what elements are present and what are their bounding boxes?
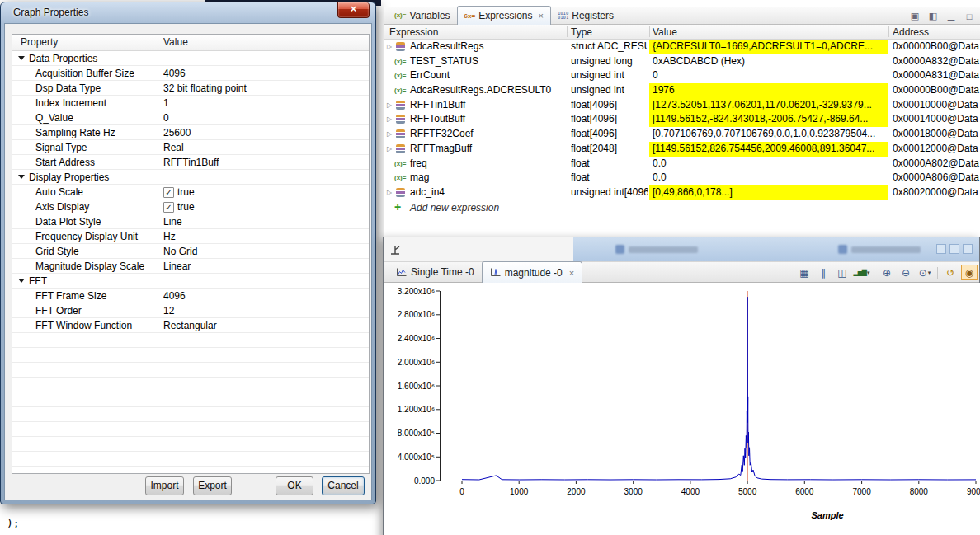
checkbox-icon[interactable]: ✓	[163, 187, 174, 198]
property-row[interactable]: Start AddressRFFTin1Buff	[12, 155, 369, 170]
col-value[interactable]: Value	[653, 25, 677, 40]
zoom-out-icon[interactable]: ⊖	[898, 265, 914, 280]
property-value[interactable]: Hz	[163, 229, 176, 244]
expand-icon[interactable]: ▷	[387, 142, 392, 157]
expand-icon[interactable]: ▷	[387, 112, 392, 127]
property-row[interactable]: Dsp Data Type32 bit floating point	[12, 81, 369, 96]
dropdown-arrow-icon[interactable]: ▾	[928, 270, 931, 276]
expression-row[interactable]: ▷RFFTF32Coeffloat[4096][0.707106769,0.70…	[384, 127, 980, 142]
expand-icon[interactable]: ▷	[387, 40, 392, 54]
col-type[interactable]: Type	[571, 25, 592, 40]
property-value[interactable]: ✓true	[163, 185, 195, 199]
property-value[interactable]: Linear	[163, 259, 191, 274]
property-value[interactable]: 4096	[163, 66, 186, 81]
expression-row[interactable]: ▷RFFToutBufffloat[4096][1149.56152,-824.…	[384, 112, 980, 127]
maximize-icon[interactable]: □	[963, 12, 976, 21]
property-value[interactable]: 1	[163, 96, 169, 110]
tab-variables[interactable]: (x)= Variables	[388, 7, 457, 24]
reset-view-icon[interactable]: ↺	[942, 265, 959, 280]
property-value[interactable]: 4096	[163, 289, 186, 303]
value-cell[interactable]: {ADCRESULT0=1669,ADCRESULT1=0,ADCRE...	[649, 40, 888, 54]
dropdown-arrow-icon[interactable]: ▾	[867, 270, 869, 276]
expand-icon[interactable]: ▷	[387, 185, 392, 200]
magnitude-chart[interactable]: 3.200x10⁶2.800x10⁶2.400x10⁶2.000x10⁶1.60…	[384, 283, 980, 535]
property-value[interactable]: 32 bit floating point	[163, 81, 247, 96]
value-cell[interactable]: [1273.52051,1137.06201,1170.06201,-329.9…	[649, 98, 888, 113]
category-row[interactable]: Data Properties	[12, 51, 369, 66]
property-row[interactable]: Q_Value0	[12, 110, 369, 125]
expression-row[interactable]: (x)=magfloat0.00x0000A806@Data	[384, 171, 980, 185]
checkbox-icon[interactable]: ✓	[163, 202, 174, 213]
tab-single-time[interactable]: Single Time -0	[389, 262, 482, 282]
property-row[interactable]: FFT Window FunctionRectangular	[12, 318, 369, 333]
expression-row[interactable]: (x)=ErrCountunsigned int00x0000A831@Data	[384, 68, 980, 83]
expression-row[interactable]: ▷adc_in4unsigned int[4096][0,49,866,0,17…	[384, 185, 980, 200]
header-divider[interactable]	[888, 26, 889, 37]
property-row[interactable]: Sampling Rate Hz25600	[12, 125, 369, 140]
property-value[interactable]: Line	[163, 214, 182, 229]
property-row[interactable]: Magnitude Display ScaleLinear	[12, 259, 369, 274]
property-value[interactable]: Rectangular	[163, 318, 217, 333]
category-row[interactable]: FFT	[12, 274, 369, 289]
category-expand-icon[interactable]	[18, 279, 25, 283]
property-row[interactable]: Index Increment1	[12, 96, 369, 110]
header-divider[interactable]	[567, 26, 568, 37]
export-button[interactable]: Export	[193, 476, 232, 495]
expression-row[interactable]: ▷RFFTin1Bufffloat[4096][1273.52051,1137.…	[384, 98, 980, 113]
col-address[interactable]: Address	[893, 25, 929, 40]
close-tab-icon[interactable]: ×	[569, 268, 574, 278]
expand-icon[interactable]: ▷	[387, 127, 392, 142]
value-cell[interactable]: 0.0	[649, 171, 888, 185]
category-expand-icon[interactable]	[18, 175, 25, 179]
property-row[interactable]: FFT Order12	[12, 303, 369, 318]
property-value[interactable]: 12	[163, 303, 174, 318]
value-cell[interactable]: 0.0	[649, 157, 888, 171]
property-row[interactable]: Signal TypeReal	[12, 140, 369, 155]
collapse-all-icon[interactable]: ▣	[908, 11, 921, 21]
value-cell[interactable]: [1149.56152,826.754456,2009.46008,891.36…	[649, 142, 888, 157]
expression-row[interactable]: (x)=freqfloat0.00x0000A802@Data	[384, 157, 980, 171]
category-row[interactable]: Display Properties	[12, 170, 369, 185]
cancel-button[interactable]: Cancel	[322, 476, 365, 495]
track-data-icon[interactable]: ◉	[961, 265, 978, 280]
close-tab-icon[interactable]: ×	[539, 11, 544, 21]
add-new-expression-row[interactable]: +Add new expression	[384, 200, 980, 215]
legend-icon[interactable]: ◫	[834, 265, 850, 280]
property-row[interactable]: Axis Display✓true	[12, 199, 369, 214]
property-row[interactable]: Grid StyleNo Grid	[12, 244, 369, 259]
tab-registers[interactable]: 1010 0101 Registers	[551, 7, 620, 24]
property-value[interactable]: 0	[163, 110, 169, 125]
expression-row[interactable]: (x)=AdcaResultRegs.ADCRESULT0unsigned in…	[384, 83, 980, 98]
property-value[interactable]: 25600	[163, 125, 191, 140]
layout-icon[interactable]: ◧	[926, 11, 940, 21]
tab-magnitude[interactable]: magnitude -0 ×	[482, 261, 582, 283]
property-value[interactable]: ✓true	[163, 199, 195, 214]
freeze-graph-icon[interactable]: ∥	[815, 265, 832, 280]
chart-style-icon[interactable]: ▂▅▇▾	[853, 265, 869, 280]
category-expand-icon[interactable]	[18, 56, 25, 60]
value-cell[interactable]: [0.707106769,0.707106769,0.0,1.0,0.92387…	[649, 127, 888, 142]
property-value[interactable]: Real	[163, 140, 184, 155]
property-row[interactable]: FFT Frame Size4096	[12, 289, 369, 303]
zoom-mode-icon[interactable]: ⊙▾	[916, 265, 933, 280]
dialog-title-bar[interactable]: Graph Properties ×	[1, 2, 375, 23]
add-expression-icon[interactable]: +	[394, 200, 401, 214]
value-cell[interactable]: 1976	[649, 83, 888, 98]
property-row[interactable]: Acquisition Buffer Size4096	[12, 66, 369, 81]
property-value[interactable]: RFFTin1Buff	[163, 155, 219, 170]
property-row[interactable]: Frequency Display UnitHz	[12, 229, 369, 244]
value-cell[interactable]: [0,49,866,0,178...]	[649, 185, 888, 200]
property-row[interactable]: Data Plot StyleLine	[12, 214, 369, 229]
expression-row[interactable]: ▷AdcaResultRegsstruct ADC_RESULT_RE...{A…	[384, 40, 980, 54]
value-cell[interactable]: 0	[649, 68, 888, 83]
data-grid-icon[interactable]: ▦	[796, 265, 813, 280]
property-value[interactable]: No Grid	[163, 244, 197, 259]
header-divider[interactable]	[649, 26, 650, 37]
ok-button[interactable]: OK	[276, 476, 313, 495]
value-cell[interactable]: 0xABCDABCD (Hex)	[649, 54, 888, 69]
import-button[interactable]: Import	[145, 476, 184, 495]
expand-icon[interactable]: ▷	[387, 98, 392, 113]
col-expression[interactable]: Expression	[389, 25, 438, 40]
property-row[interactable]: Auto Scale✓true	[12, 185, 369, 199]
minimize-icon[interactable]: ▁	[945, 11, 958, 21]
